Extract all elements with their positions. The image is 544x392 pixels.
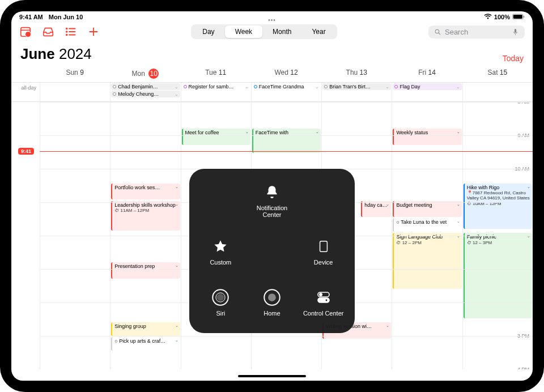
calendar-event[interactable]: Leadership skills workshop⏱ 11AM – 12PM⌄: [111, 201, 180, 231]
allday-event[interactable]: Register for samb…⌄: [182, 83, 250, 90]
svg-rect-3: [21, 28, 31, 37]
calendar-event[interactable]: Singing group⌄: [111, 322, 180, 336]
home-indicator[interactable]: [238, 375, 306, 377]
svg-rect-2: [524, 15, 524, 18]
battery-percent: 100%: [494, 14, 510, 20]
at-control-center[interactable]: Control Center: [301, 288, 346, 317]
battery-icon: [512, 14, 525, 21]
screen: ••• 9:41 AM Mon Jun 10 100%: [11, 11, 533, 381]
allday-event[interactable]: Melody Cheung…⌄: [111, 91, 180, 97]
dayh-wed[interactable]: Wed 12: [251, 65, 321, 82]
svg-point-6: [66, 35, 67, 36]
at-device[interactable]: Device: [301, 237, 346, 266]
svg-point-4: [66, 28, 67, 29]
seg-month[interactable]: Month: [262, 25, 301, 38]
search-icon: [434, 28, 441, 36]
now-line: [40, 151, 533, 152]
ad-tue[interactable]: Register for samb…⌄: [181, 83, 251, 101]
bell-icon: [262, 182, 282, 202]
search-field[interactable]: Search: [428, 25, 525, 39]
calendar-event[interactable]: ○ Pick up arts & craf…⌄: [111, 337, 180, 351]
ad-fri[interactable]: Flag Day⌄: [392, 83, 462, 101]
seg-year[interactable]: Year: [301, 25, 335, 38]
ad-thu[interactable]: Brian Tran's Birt…⌄: [321, 83, 392, 101]
at-home[interactable]: Home: [249, 288, 295, 317]
home-icon: [262, 288, 282, 307]
now-time-badge: 9:41: [18, 148, 34, 155]
seg-day[interactable]: Day: [192, 25, 224, 38]
dayh-fri[interactable]: Fri 14: [392, 65, 462, 82]
dayh-mon[interactable]: Mon 10: [110, 65, 180, 82]
calendar-event[interactable]: FaceTime with⌄: [252, 129, 321, 152]
toolbar: Day Week Month Year Search: [11, 22, 533, 42]
inbox-icon[interactable]: [42, 25, 54, 38]
calendar-event[interactable]: Weekly status⌄: [393, 129, 461, 144]
at-custom[interactable]: Custom: [198, 237, 243, 266]
calendar-event[interactable]: Hike with Rigo📍7867 Redwood Rd, Castro V…: [464, 184, 532, 229]
dayh-thu[interactable]: Thu 13: [321, 65, 392, 82]
month-title: June 2024: [20, 45, 92, 63]
calendar-event[interactable]: Family picnic⏱ 12 – 3PM⌄: [464, 233, 532, 318]
allday-event[interactable]: FaceTime Grandma⌄: [252, 83, 321, 90]
svg-point-15: [319, 293, 321, 295]
today-button[interactable]: Today: [503, 54, 524, 63]
calendar-header: June 2024 Today: [11, 42, 533, 65]
at-notification-center[interactable]: Notification Center: [249, 182, 295, 218]
calendar-event[interactable]: Sign Language Club⏱ 12 – 2PM⌄: [393, 233, 461, 289]
calendar-event[interactable]: Portfolio work ses…⌄: [111, 184, 180, 199]
star-icon: [211, 237, 230, 256]
ad-sat[interactable]: [462, 83, 533, 101]
at-siri[interactable]: Siri: [198, 288, 243, 317]
svg-point-13: [268, 293, 276, 301]
svg-rect-8: [320, 241, 327, 251]
toggles-icon: [314, 288, 333, 307]
allday-row: all-day Chad Benjamin…⌄Melody Cheung…⌄ R…: [11, 83, 533, 102]
svg-point-7: [435, 29, 439, 33]
status-date: Mon Jun 10: [49, 14, 83, 20]
assistive-touch-menu[interactable]: Notification Center Custom Device Siri H…: [189, 169, 355, 333]
calendar-event[interactable]: hday car…⌄: [361, 201, 391, 217]
calendar-event[interactable]: ○ Take Luna to the vet⌄: [393, 218, 461, 232]
siri-icon: [211, 288, 230, 307]
search-placeholder: Search: [445, 28, 468, 36]
wifi-icon: [484, 14, 492, 21]
ad-wed[interactable]: FaceTime Grandma⌄: [251, 83, 321, 101]
svg-point-10: [217, 293, 224, 301]
list-icon[interactable]: [65, 25, 77, 38]
status-time: 9:41 AM: [19, 14, 43, 20]
ad-mon[interactable]: Chad Benjamin…⌄Melody Cheung…⌄: [110, 83, 180, 101]
dayh-tue[interactable]: Tue 11: [181, 65, 251, 82]
allday-event[interactable]: Chad Benjamin…⌄: [111, 83, 180, 90]
device-icon: [314, 237, 333, 256]
dayh-sat[interactable]: Sat 15: [462, 65, 533, 82]
calendar-icon[interactable]: [19, 25, 32, 38]
day-header-row: Sun 9 Mon 10 Tue 11 Wed 12 Thu 13 Fri 14…: [11, 65, 533, 83]
allday-label: all-day: [11, 83, 40, 101]
svg-point-5: [66, 31, 67, 32]
view-segment: Day Week Month Year: [191, 24, 337, 39]
dayh-sun[interactable]: Sun 9: [40, 65, 110, 82]
mic-icon[interactable]: [512, 28, 519, 36]
calendar-event[interactable]: Budget meeting⌄: [393, 201, 461, 217]
calendar-event[interactable]: Presentation prep⌄: [111, 262, 180, 278]
add-icon[interactable]: [87, 25, 100, 38]
svg-rect-1: [513, 15, 522, 19]
allday-event[interactable]: Flag Day⌄: [393, 83, 461, 90]
calendar-event[interactable]: Meet for coffee⌄: [182, 129, 250, 144]
svg-point-17: [325, 299, 327, 301]
multitask-dots[interactable]: •••: [268, 17, 276, 23]
ad-sun[interactable]: [40, 83, 110, 101]
seg-week[interactable]: Week: [225, 25, 262, 38]
ipad-frame: ••• 9:41 AM Mon Jun 10 100%: [0, 0, 544, 392]
allday-event[interactable]: Brian Tran's Birt…⌄: [322, 83, 391, 90]
